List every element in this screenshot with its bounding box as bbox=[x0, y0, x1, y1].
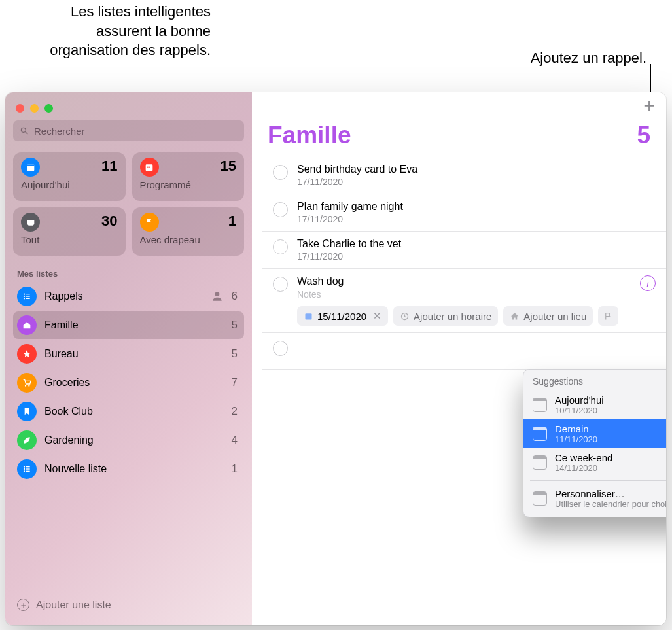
minimize-window-button[interactable] bbox=[30, 104, 39, 113]
date-suggestions-popover: Suggestions Aujourd'hui10/11/2020 Demain… bbox=[523, 369, 666, 517]
suggestion-tomorrow[interactable]: Demain11/11/2020 bbox=[523, 419, 666, 448]
reminder-title: Plan family game night bbox=[297, 201, 656, 213]
add-list-button[interactable]: ＋ Ajouter une liste bbox=[13, 591, 244, 619]
suggestion-label: Aujourd'hui bbox=[555, 394, 604, 406]
sidebar-list-bookclub[interactable]: Book Club 2 bbox=[13, 398, 244, 425]
smart-lists-grid: 11 Aujourd'hui 15 Programmé 30 bbox=[13, 152, 244, 256]
calendar-today-icon bbox=[21, 158, 40, 177]
sidebar-list-new[interactable]: Nouvelle liste 1 bbox=[13, 455, 244, 483]
complete-checkbox[interactable] bbox=[273, 341, 288, 356]
callout-add-reminder: Ajoutez un rappel. bbox=[475, 48, 646, 68]
add-list-label: Ajouter une liste bbox=[36, 599, 111, 611]
add-time-chip[interactable]: Ajouter un horaire bbox=[393, 306, 498, 326]
calendar-icon bbox=[533, 455, 547, 470]
reminder-date: 17/11/2020 bbox=[297, 177, 656, 187]
bookmark-icon bbox=[17, 402, 37, 421]
svg-point-20 bbox=[24, 470, 25, 472]
search-icon bbox=[20, 126, 29, 135]
svg-rect-3 bbox=[27, 164, 34, 166]
reminder-row[interactable]: Plan family game night 17/11/2020 bbox=[262, 194, 666, 232]
suggestion-sub: 11/11/2020 bbox=[555, 434, 597, 444]
flag-icon bbox=[603, 311, 613, 321]
star-icon bbox=[17, 344, 37, 364]
calendar-icon bbox=[533, 398, 547, 412]
svg-point-16 bbox=[24, 466, 25, 468]
chip-label: Ajouter un horaire bbox=[414, 311, 491, 322]
suggestion-weekend[interactable]: Ce week-end14/11/2020 bbox=[523, 448, 666, 477]
search-input[interactable]: Rechercher bbox=[13, 120, 244, 141]
suggestion-custom[interactable]: Personnaliser…Utiliser le calendrier pou… bbox=[523, 484, 666, 513]
flag-icon bbox=[140, 213, 159, 232]
close-window-button[interactable] bbox=[16, 104, 24, 113]
list-name: Groceries bbox=[44, 377, 224, 389]
reminder-row[interactable]: Take Charlie to the vet 17/11/2020 bbox=[262, 232, 666, 269]
suggestion-label: Personnaliser… bbox=[555, 488, 666, 499]
notes-input[interactable]: Notes bbox=[297, 289, 631, 300]
suggestion-today[interactable]: Aujourd'hui10/11/2020 bbox=[523, 391, 666, 419]
reminder-date: 17/11/2020 bbox=[297, 251, 656, 262]
plus-circle-icon: ＋ bbox=[17, 599, 29, 611]
reminders-window: Rechercher 11 Aujourd'hui 15 bbox=[5, 92, 666, 625]
list-name: Nouvelle liste bbox=[44, 463, 224, 475]
suggestions-heading: Suggestions bbox=[523, 374, 666, 391]
info-button[interactable]: i bbox=[640, 275, 656, 291]
sidebar-list-famille[interactable]: Famille 5 bbox=[13, 311, 244, 339]
list-name: Bureau bbox=[44, 348, 224, 360]
smart-list-label: Avec drapeau bbox=[140, 234, 237, 245]
svg-rect-21 bbox=[26, 471, 30, 472]
reminder-row[interactable]: Send birthday card to Eva 17/11/2020 bbox=[262, 157, 666, 194]
smart-list-count: 15 bbox=[221, 158, 236, 175]
list-count: 6 bbox=[232, 290, 238, 303]
svg-rect-10 bbox=[26, 296, 30, 296]
calendar-icon bbox=[304, 311, 313, 321]
smart-list-today[interactable]: 11 Aujourd'hui bbox=[13, 152, 126, 201]
flag-chip[interactable] bbox=[598, 306, 618, 326]
smart-list-label: Tout bbox=[21, 234, 118, 245]
smart-list-label: Programmé bbox=[140, 179, 237, 190]
complete-checkbox[interactable] bbox=[273, 239, 288, 254]
suggestion-sub: 10/11/2020 bbox=[555, 406, 604, 415]
sidebar: Rechercher 11 Aujourd'hui 15 bbox=[5, 92, 252, 625]
add-reminder-button[interactable]: ＋ bbox=[640, 96, 658, 114]
leaf-icon bbox=[17, 430, 37, 450]
reminder-title[interactable]: Wash dog bbox=[297, 275, 631, 287]
list-count: 1 bbox=[232, 463, 238, 476]
main-panel: ＋ Famille 5 Send birthday card to Eva 17… bbox=[252, 92, 666, 625]
svg-rect-17 bbox=[26, 466, 30, 467]
sidebar-list-groceries[interactable]: Groceries 7 bbox=[13, 369, 244, 396]
clear-date-icon[interactable]: ✕ bbox=[373, 310, 381, 322]
fullscreen-window-button[interactable] bbox=[44, 104, 53, 113]
list-title: Famille bbox=[268, 122, 351, 149]
calendar-icon bbox=[140, 158, 159, 177]
list-name: Rappels bbox=[44, 290, 203, 302]
svg-point-0 bbox=[21, 128, 26, 132]
svg-rect-8 bbox=[26, 294, 30, 294]
reminder-title: Send birthday card to Eva bbox=[297, 164, 656, 175]
complete-checkbox[interactable] bbox=[273, 277, 288, 292]
date-chip[interactable]: 15/11/2020 ✕ bbox=[297, 306, 388, 326]
complete-checkbox[interactable] bbox=[273, 202, 288, 217]
reminder-date: 17/11/2020 bbox=[297, 214, 656, 224]
separator bbox=[530, 480, 666, 481]
reminder-row-empty[interactable] bbox=[262, 333, 666, 370]
svg-point-18 bbox=[24, 468, 25, 470]
complete-checkbox[interactable] bbox=[273, 165, 288, 180]
smart-list-flagged[interactable]: 1 Avec drapeau bbox=[132, 207, 245, 256]
chip-date-value: 15/11/2020 bbox=[317, 311, 366, 322]
smart-list-all[interactable]: 30 Tout bbox=[13, 207, 126, 256]
callout-smartlists: Les listes intelligentes assurent la bon… bbox=[26, 2, 211, 60]
list-count: 7 bbox=[232, 376, 238, 389]
list-count: 5 bbox=[232, 347, 238, 360]
shared-icon bbox=[211, 290, 224, 303]
clock-icon bbox=[400, 311, 410, 321]
sidebar-list-bureau[interactable]: Bureau 5 bbox=[13, 340, 244, 368]
svg-point-9 bbox=[24, 296, 25, 297]
reminder-row-editing[interactable]: Wash dog Notes 15/11/2020 ✕ Ajouter un h… bbox=[262, 269, 666, 333]
sidebar-list-rappels[interactable]: Rappels 6 bbox=[13, 283, 244, 310]
sidebar-list-gardening[interactable]: Gardening 4 bbox=[13, 427, 244, 454]
window-controls bbox=[13, 99, 244, 120]
list-count: 5 bbox=[232, 319, 238, 332]
smart-list-scheduled[interactable]: 15 Programmé bbox=[132, 152, 245, 201]
add-location-chip[interactable]: Ajouter un lieu bbox=[503, 306, 593, 326]
suggestion-label: Ce week-end bbox=[555, 452, 612, 463]
